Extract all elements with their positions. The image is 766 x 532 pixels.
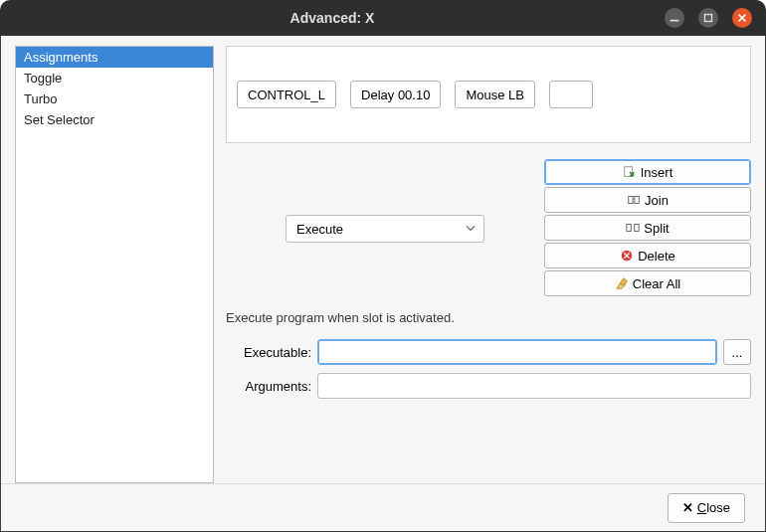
slot-type-value: Execute <box>296 222 343 237</box>
browse-button[interactable]: ... <box>723 339 751 365</box>
slot-button[interactable]: Mouse LB <box>455 81 535 108</box>
sidebar-item-toggle[interactable]: Toggle <box>16 68 213 89</box>
svg-rect-6 <box>635 197 639 204</box>
maximize-button[interactable] <box>698 8 718 28</box>
arguments-label: Arguments: <box>226 379 311 394</box>
sidebar-item-label: Toggle <box>24 71 62 86</box>
sidebar-item-label: Turbo <box>24 91 57 106</box>
insert-icon <box>623 165 637 179</box>
minimize-button[interactable] <box>665 8 684 28</box>
x-icon: ✕ <box>682 500 693 515</box>
split-icon <box>626 221 640 235</box>
sidebar-item-assignments[interactable]: Assignments <box>16 47 213 68</box>
close-button-label: Close <box>697 500 730 515</box>
close-icon <box>735 11 749 25</box>
svg-rect-8 <box>635 225 639 232</box>
sidebar-item-set-selector[interactable]: Set Selector <box>16 109 213 130</box>
category-list[interactable]: Assignments Toggle Turbo Set Selector <box>15 46 214 483</box>
join-icon <box>627 193 641 207</box>
close-button[interactable]: ✕ Close <box>668 493 745 523</box>
delete-button[interactable]: Delete <box>544 243 751 268</box>
sidebar-item-turbo[interactable]: Turbo <box>16 89 213 109</box>
executable-input[interactable] <box>317 339 717 365</box>
insert-button[interactable]: Insert <box>544 159 751 185</box>
ellipsis-icon: ... <box>732 345 743 360</box>
slots-box: CONTROL_L Delay 00.10 Mouse LB <box>226 46 751 143</box>
svg-rect-1 <box>705 15 712 22</box>
sidebar-item-label: Set Selector <box>24 112 95 127</box>
help-text: Execute program when slot is activated. <box>226 310 751 325</box>
title-bar: Advanced: X <box>0 0 766 36</box>
slot-button[interactable]: Delay 00.10 <box>350 81 441 108</box>
maximize-icon <box>701 11 715 25</box>
slot-type-combo[interactable]: Execute <box>286 215 484 243</box>
close-window-button[interactable] <box>732 8 752 28</box>
arguments-input[interactable] <box>317 373 751 399</box>
split-button[interactable]: Split <box>544 215 751 241</box>
minimize-icon <box>668 11 681 25</box>
sidebar-item-label: Assignments <box>24 50 97 65</box>
chevron-down-icon <box>466 222 476 237</box>
clear-all-button[interactable]: Clear All <box>544 270 751 296</box>
window-title: Advanced: X <box>0 10 665 26</box>
svg-rect-7 <box>627 225 631 232</box>
broom-icon <box>615 276 629 290</box>
dialog-footer: ✕ Close <box>1 483 765 531</box>
delete-icon <box>620 249 634 263</box>
slot-button[interactable]: CONTROL_L <box>237 81 336 108</box>
join-button[interactable]: Join <box>544 187 751 213</box>
svg-rect-5 <box>629 197 633 204</box>
executable-label: Executable: <box>226 345 311 360</box>
slot-button[interactable] <box>549 81 593 108</box>
